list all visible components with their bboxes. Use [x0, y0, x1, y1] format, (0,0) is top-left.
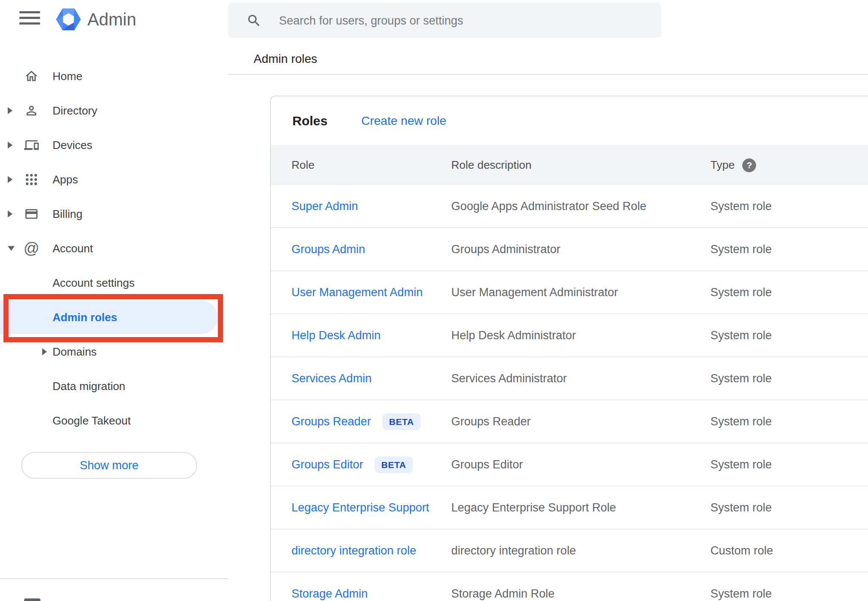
sidebar-item-account-settings[interactable]: Account settings — [0, 266, 228, 300]
sidebar-item-admin-roles[interactable]: Admin roles — [0, 300, 228, 335]
role-description-cell: Storage Admin Role — [451, 573, 555, 601]
role-link[interactable]: Help Desk Admin — [291, 329, 381, 342]
role-type-cell: System role — [710, 271, 772, 313]
sidebar-item-label: Devices — [53, 139, 92, 152]
search-bar — [228, 3, 661, 38]
chevron-right-icon[interactable] — [42, 348, 47, 355]
role-type-cell: System role — [710, 314, 772, 356]
create-new-role-link[interactable]: Create new role — [361, 114, 446, 128]
admin-logo[interactable]: Admin — [56, 6, 136, 33]
role-cell: Groups Admin — [291, 228, 365, 270]
role-link[interactable]: Super Admin — [291, 200, 358, 213]
role-link[interactable]: Groups Reader — [291, 415, 371, 428]
role-cell: directory integration role — [291, 530, 416, 572]
role-type-cell: System role — [710, 185, 772, 227]
table-row: Groups AdminGroups AdministratorSystem r… — [271, 228, 868, 271]
role-description-cell: Groups Administrator — [451, 228, 561, 270]
role-description-cell: Groups Editor — [451, 443, 523, 486]
sidebar-item-label: Data migration — [53, 380, 125, 393]
chevron-right-icon[interactable] — [8, 107, 12, 114]
role-cell: Groups EditorBETA — [291, 443, 413, 486]
sidebar-item-devices[interactable]: Devices — [0, 128, 228, 162]
table-row: Help Desk AdminHelp Desk AdministratorSy… — [271, 314, 868, 357]
table-row: Services AdminServices AdministratorSyst… — [271, 357, 868, 400]
at-sign-icon: @ — [24, 241, 39, 256]
column-header-type: Type ? — [710, 145, 756, 185]
sidebar-item-label: Directory — [53, 104, 97, 118]
sidebar-item-domains[interactable]: Domains — [0, 335, 228, 369]
search-icon — [246, 13, 262, 28]
role-type-cell: System role — [710, 573, 772, 601]
chevron-down-icon[interactable] — [8, 246, 15, 251]
role-cell: Services Admin — [291, 357, 372, 400]
role-description-cell: Groups Reader — [451, 400, 531, 443]
column-header-role-description: Role description — [451, 145, 531, 185]
person-icon — [24, 103, 39, 118]
sidebar-item-label: Domains — [53, 345, 97, 359]
role-description-cell: Google Apps Administrator Seed Role — [451, 185, 646, 227]
role-link[interactable]: directory integration role — [291, 544, 416, 558]
clipped-sidebar-icon — [24, 598, 40, 601]
sidebar-item-label: Account — [53, 242, 93, 255]
sidebar-item-billing[interactable]: Billing — [0, 197, 228, 231]
show-more-button[interactable]: Show more — [21, 452, 197, 479]
roles-panel: Roles Create new role Role Role descript… — [270, 96, 868, 601]
role-type-cell: System role — [710, 228, 772, 270]
sidebar-item-apps[interactable]: Apps — [0, 162, 228, 197]
role-cell: Groups ReaderBETA — [291, 400, 421, 443]
table-row: Groups ReaderBETAGroups ReaderSystem rol… — [271, 400, 868, 443]
sidebar-nav: HomeDirectoryDevicesAppsBilling@AccountA… — [0, 59, 228, 438]
help-question-icon[interactable]: ? — [742, 158, 756, 172]
sidebar-item-home[interactable]: Home — [0, 59, 228, 93]
table-row: Legacy Enterprise SupportLegacy Enterpri… — [271, 486, 868, 530]
home-icon — [24, 69, 39, 84]
table-row: Super AdminGoogle Apps Administrator See… — [271, 185, 868, 228]
sidebar-item-label: Apps — [53, 173, 78, 186]
devices-icon — [24, 138, 39, 152]
panel-title: Roles — [292, 114, 328, 128]
role-link[interactable]: Storage Admin — [291, 587, 368, 601]
role-link[interactable]: Groups Admin — [291, 243, 365, 256]
breadcrumb-divider — [228, 74, 868, 75]
sidebar-item-directory[interactable]: Directory — [0, 93, 228, 128]
sidebar-item-label: Home — [53, 70, 82, 83]
sidebar-item-label: Google Takeout — [53, 414, 131, 428]
sidebar-item-google-takeout[interactable]: Google Takeout — [0, 403, 228, 438]
role-description-cell: Help Desk Administrator — [451, 314, 576, 356]
role-link[interactable]: Legacy Enterprise Support — [291, 501, 429, 514]
hamburger-menu-icon[interactable] — [19, 11, 40, 26]
sidebar-item-data-migration[interactable]: Data migration — [0, 369, 228, 403]
role-cell: Super Admin — [291, 185, 358, 227]
credit-card-icon — [24, 207, 39, 221]
role-description-cell: User Management Administrator — [451, 271, 618, 313]
chevron-right-icon[interactable] — [8, 142, 12, 149]
sidebar-item-account[interactable]: @Account — [0, 231, 228, 266]
role-cell: Legacy Enterprise Support — [291, 486, 429, 529]
sidebar-item-label: Account settings — [53, 276, 135, 290]
chevron-right-icon[interactable] — [8, 176, 12, 183]
sidebar-bottom-divider — [0, 578, 228, 579]
role-type-cell: System role — [710, 486, 772, 529]
role-type-cell: System role — [710, 357, 772, 400]
column-header-role: Role — [291, 145, 314, 185]
role-type-cell: System role — [710, 400, 772, 443]
search-input[interactable] — [278, 3, 650, 39]
apps-grid-icon — [24, 172, 39, 187]
table-row: Groups EditorBETAGroups EditorSystem rol… — [271, 443, 868, 486]
beta-badge: BETA — [382, 413, 421, 430]
table-row: Storage AdminStorage Admin RoleSystem ro… — [271, 573, 868, 601]
admin-console-screen: Admin Admin roles HomeDirectoryDevicesAp… — [0, 0, 868, 601]
role-link[interactable]: Services Admin — [291, 372, 372, 385]
chevron-right-icon[interactable] — [8, 211, 12, 217]
breadcrumb: Admin roles — [254, 52, 317, 66]
role-link[interactable]: User Management Admin — [291, 286, 423, 299]
table-row: User Management AdminUser Management Adm… — [271, 271, 868, 314]
table-row: directory integration roledirectory inte… — [271, 530, 868, 573]
role-cell: Storage Admin — [291, 573, 368, 601]
role-description-cell: Services Administrator — [451, 357, 567, 400]
roles-panel-header: Roles Create new role — [271, 96, 868, 145]
role-link[interactable]: Groups Editor — [291, 458, 363, 471]
sidebar-item-label: Billing — [53, 208, 82, 221]
table-body: Super AdminGoogle Apps Administrator See… — [271, 185, 868, 601]
role-type-cell: System role — [710, 443, 772, 486]
